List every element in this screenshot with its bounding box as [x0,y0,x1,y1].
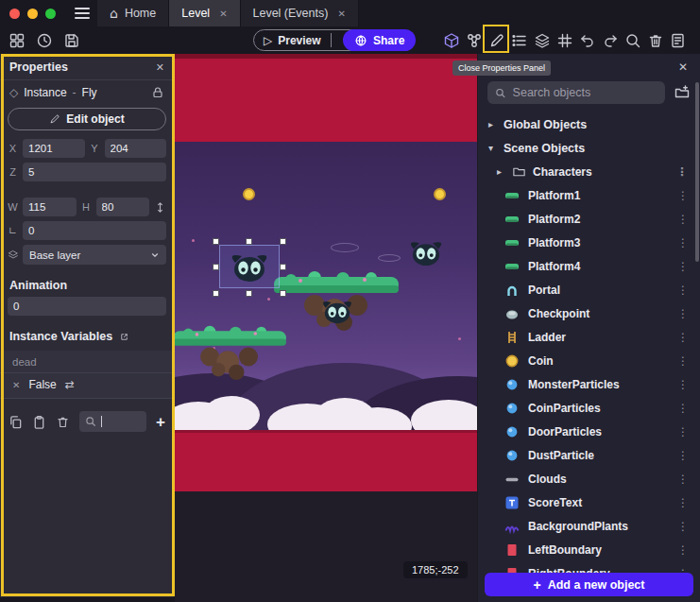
kebab-menu-icon[interactable]: ⋮ [675,236,691,249]
resize-handle[interactable] [280,238,286,245]
maximize-window-button[interactable] [45,9,56,19]
object-item-doorparticles[interactable]: DoorParticles ⋮ [478,420,700,443]
object-item-monsterparticles[interactable]: MonsterParticles ⋮ [478,372,700,396]
angle-input[interactable] [23,221,166,240]
kebab-menu-icon[interactable]: ⋮ [675,543,691,557]
height-input[interactable] [96,198,150,216]
add-variable-button[interactable]: + [156,414,165,430]
close-properties-button[interactable]: ✕ [156,61,164,74]
animation-input[interactable] [8,297,166,316]
object-item-scoretext[interactable]: ScoreText ⋮ [478,490,700,514]
object-item-platform1[interactable]: Platform1 ⋮ [478,183,700,207]
kebab-menu-icon[interactable]: ⋮ [675,520,691,533]
close-icon[interactable]: ✕ [219,9,227,19]
fly-instance[interactable] [317,298,357,324]
coin-instance[interactable] [434,188,446,200]
open-in-new-icon[interactable] [119,332,129,342]
resize-handle[interactable] [213,264,219,270]
search-objects-input[interactable] [513,86,657,99]
hamburger-menu-icon[interactable] [67,0,97,26]
zoom-icon[interactable] [622,28,644,52]
trash-icon[interactable] [644,28,667,52]
lock-icon[interactable] [151,86,164,99]
instances-list-icon[interactable] [508,28,531,52]
object-item-checkpoint[interactable]: Checkpoint ⋮ [478,301,700,325]
kebab-menu-icon[interactable]: ⋮ [675,260,691,273]
edit-events-icon[interactable] [667,28,690,52]
tab-home[interactable]: ⌂ Home [97,0,169,26]
coin-instance[interactable] [243,188,255,200]
kebab-menu-icon[interactable]: ⋮ [675,425,691,439]
folder-characters[interactable]: ▸ Characters ⋮ [478,160,700,183]
swap-value-icon[interactable]: ⇄ [65,378,75,391]
resize-handle[interactable] [213,238,219,245]
tab-level-events[interactable]: Level (Events) ✕ [241,0,359,26]
group-scene-objects[interactable]: ▾ Scene Objects [478,136,700,160]
kebab-menu-icon[interactable]: ⋮ [675,496,691,509]
share-button[interactable]: Share [343,29,416,51]
resize-handle[interactable] [280,290,286,297]
layers-icon[interactable] [531,28,554,52]
kebab-menu-icon[interactable]: ⋮ [675,213,691,226]
variable-name[interactable]: dead [0,351,174,372]
variables-search-input[interactable] [79,411,146,432]
close-icon[interactable]: ✕ [337,9,345,19]
delete-icon[interactable] [56,415,70,429]
variable-value-row[interactable]: ✕ False ⇄ [0,372,174,399]
group-global-objects[interactable]: ▸ Global Objects [478,112,700,136]
kebab-menu-icon[interactable]: ⋮ [675,331,691,344]
kebab-menu-icon[interactable]: ⋮ [675,402,691,415]
grid-icon[interactable] [554,28,576,52]
object-item-leftboundary[interactable]: LeftBoundary ⋮ [478,538,700,561]
add-new-object-button[interactable]: + Add a new object [485,573,693,596]
layer-select[interactable]: Base layer [23,245,166,265]
x-input[interactable] [23,139,85,158]
objects-panel-icon[interactable] [440,28,463,52]
object-item-platform2[interactable]: Platform2 ⋮ [478,207,700,231]
fly-instance[interactable] [404,238,448,267]
object-item-ladder[interactable]: Ladder ⋮ [478,325,700,349]
search-objects-box[interactable] [487,81,665,104]
save-icon[interactable] [60,28,83,52]
object-item-backgroundplants[interactable]: BackgroundPlants ⋮ [478,514,700,538]
layout-icon[interactable] [6,28,28,52]
history-icon[interactable] [33,28,56,52]
platform-instance[interactable] [175,324,294,381]
tab-level[interactable]: Level ✕ [169,0,240,26]
kebab-menu-icon[interactable]: ⋮ [675,307,691,320]
object-groups-icon[interactable] [463,28,486,52]
width-input[interactable] [23,198,77,216]
aspect-ratio-lock-icon[interactable] [154,201,166,214]
z-input[interactable] [23,163,166,181]
resize-handle[interactable] [213,290,219,297]
kebab-menu-icon[interactable]: ⋮ [675,378,691,391]
close-objects-panel-button[interactable]: ✕ [678,60,688,74]
kebab-menu-icon[interactable]: ⋮ [675,189,691,202]
kebab-menu-icon[interactable]: ⋮ [674,165,690,179]
add-folder-icon[interactable] [674,84,691,101]
object-item-dustparticle[interactable]: DustParticle ⋮ [478,443,700,467]
minimize-window-button[interactable] [27,9,38,19]
kebab-menu-icon[interactable]: ⋮ [675,473,691,486]
y-input[interactable] [105,139,167,158]
paste-icon[interactable] [32,415,46,429]
object-item-coin[interactable]: Coin ⋮ [478,349,700,372]
resize-handle[interactable] [280,264,286,270]
kebab-menu-icon[interactable]: ⋮ [675,449,691,462]
redo-icon[interactable] [599,28,622,52]
edit-object-button[interactable]: Edit object [8,108,166,130]
object-item-platform4[interactable]: Platform4 ⋮ [478,254,700,278]
properties-pen-icon[interactable] [486,28,508,52]
object-item-clouds[interactable]: Clouds ⋮ [478,467,700,490]
resize-handle[interactable] [246,290,252,297]
undo-icon[interactable] [576,28,599,52]
object-item-platform3[interactable]: Platform3 ⋮ [478,231,700,254]
object-item-coinparticles[interactable]: CoinParticles ⋮ [478,396,700,420]
kebab-menu-icon[interactable]: ⋮ [675,284,691,297]
close-window-button[interactable] [9,9,20,19]
copy-icon[interactable] [9,415,23,429]
scene-canvas[interactable]: 1785;-252 [175,54,477,602]
objects-scrollbar[interactable] [695,82,699,262]
kebab-menu-icon[interactable]: ⋮ [675,354,691,368]
resize-handle[interactable] [246,238,252,245]
